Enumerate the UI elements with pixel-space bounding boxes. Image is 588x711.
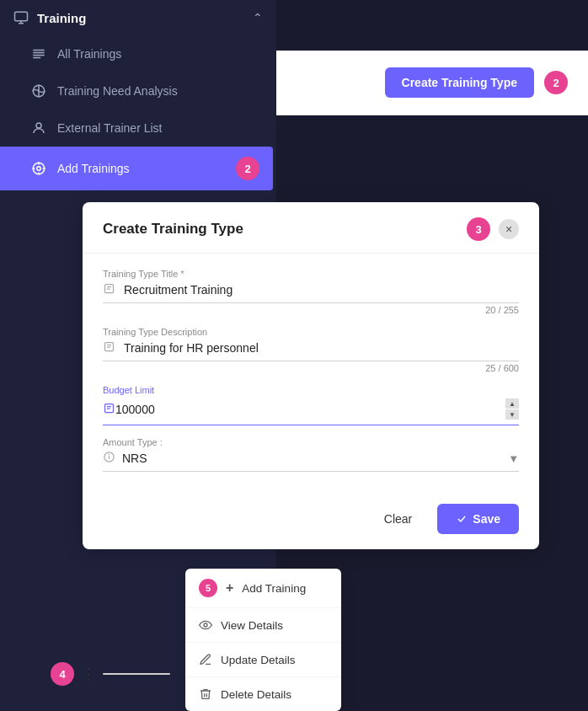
external-trainer-icon — [30, 120, 47, 136]
delete-details-icon — [199, 687, 212, 701]
view-details-icon — [199, 618, 212, 632]
bottom-left-area: 4 ⋮ — [51, 662, 170, 686]
budget-decrement-button[interactable]: ▼ — [505, 409, 519, 420]
training-icon — [13, 10, 29, 25]
training-type-desc-input[interactable] — [124, 341, 519, 355]
modal-title: Create Training Type — [103, 221, 243, 238]
training-type-desc-label: Training Type Description — [103, 327, 519, 337]
all-trainings-icon — [30, 45, 47, 62]
save-button[interactable]: Save — [437, 504, 519, 534]
svg-point-10 — [37, 167, 41, 171]
budget-field-icon — [103, 402, 115, 417]
training-type-title-input[interactable] — [124, 283, 519, 297]
dropdown-item-add-training-label: Add Training — [242, 582, 306, 595]
training-type-title-group: Training Type Title * 20 / 255 — [103, 269, 519, 315]
budget-limit-input-row: ▲ ▼ — [103, 398, 519, 425]
amount-type-chevron-icon: ▼ — [508, 452, 519, 465]
amount-type-info-icon — [103, 451, 115, 466]
dropdown-item-update-details-label: Update Details — [221, 654, 296, 666]
sidebar-training-label: Training — [37, 11, 86, 25]
sidebar-training-header-left: Training — [13, 10, 86, 25]
budget-limit-input[interactable] — [115, 403, 505, 416]
svg-point-9 — [36, 123, 41, 128]
title-field-icon — [103, 282, 115, 297]
dropdown-menu: 5 + Add Training View Details Update Det… — [185, 569, 341, 711]
sidebar-item-all-trainings-label: All Trainings — [57, 47, 121, 61]
desc-field-icon — [103, 340, 115, 356]
sidebar-item-all-trainings[interactable]: All Trainings — [0, 35, 276, 72]
modal-body: Training Type Title * 20 / 255 Training … — [83, 254, 539, 492]
update-details-icon — [199, 653, 212, 666]
dropdown-item-view-details[interactable]: View Details — [185, 608, 341, 643]
close-icon: × — [505, 222, 512, 236]
budget-limit-group: Budget Limit ▲ ▼ — [103, 385, 519, 425]
budget-stepper: ▲ ▼ — [505, 398, 519, 420]
three-dots-button[interactable]: ⋮ — [81, 665, 96, 683]
amount-type-group: Amount Type : NRS USD EUR ▼ — [103, 437, 519, 472]
create-training-type-modal: Create Training Type 3 × Training Type T… — [83, 202, 539, 549]
dropdown-item-update-details[interactable]: Update Details — [185, 643, 341, 677]
modal-badge: 3 — [467, 217, 490, 241]
modal-footer: Clear Save — [83, 492, 539, 549]
sidebar-item-add-trainings[interactable]: Add Trainings 2 — [0, 147, 273, 190]
add-training-plus-icon: + — [226, 580, 233, 596]
dropdown-item-add-training[interactable]: 5 + Add Training — [185, 569, 341, 608]
create-training-badge: 2 — [544, 71, 568, 94]
dropdown-item-delete-details[interactable]: Delete Details — [185, 677, 341, 711]
sidebar-item-external-trainer[interactable]: External Trainer List — [0, 110, 276, 147]
training-type-title-label: Training Type Title * — [103, 269, 519, 279]
create-training-type-button[interactable]: Create Training Type — [385, 67, 534, 98]
modal-header: Create Training Type 3 × — [83, 202, 539, 254]
sidebar-item-tna-label: Training Need Analysis — [57, 84, 178, 98]
dropdown-item-delete-details-label: Delete Details — [221, 688, 291, 701]
training-type-title-input-row — [103, 282, 519, 303]
modal-close-button[interactable]: × — [499, 219, 519, 239]
training-type-desc-group: Training Type Description 25 / 600 — [103, 327, 519, 373]
amount-type-label: Amount Type : — [103, 437, 519, 447]
top-right-area: Create Training Type 2 — [276, 51, 588, 115]
dropdown-badge: 5 — [199, 579, 217, 597]
clear-button[interactable]: Clear — [369, 505, 427, 532]
dropdown-item-view-details-label: View Details — [221, 619, 283, 632]
three-dots-icon: ⋮ — [81, 665, 96, 683]
add-trainings-icon — [30, 160, 47, 177]
save-icon — [456, 513, 468, 525]
amount-type-select-row: NRS USD EUR ▼ — [103, 451, 519, 472]
bottom-divider-line — [103, 673, 170, 675]
title-char-count: 20 / 255 — [103, 305, 519, 315]
chevron-up-icon: ⌃ — [253, 11, 263, 24]
desc-char-count: 25 / 600 — [103, 363, 519, 373]
sidebar-item-training-need-analysis[interactable]: Training Need Analysis — [0, 72, 276, 110]
budget-increment-button[interactable]: ▲ — [505, 398, 519, 409]
svg-point-24 — [204, 623, 207, 627]
bottom-badge: 4 — [51, 662, 74, 686]
training-need-icon — [30, 83, 47, 99]
svg-rect-0 — [15, 12, 28, 21]
svg-point-23 — [109, 454, 110, 455]
budget-limit-label: Budget Limit — [103, 385, 519, 395]
amount-type-select[interactable]: NRS USD EUR — [122, 452, 501, 465]
training-type-desc-input-row — [103, 340, 519, 361]
sidebar-item-external-trainer-label: External Trainer List — [57, 121, 163, 135]
add-trainings-badge: 2 — [236, 157, 259, 180]
sidebar-item-add-trainings-label: Add Trainings — [57, 162, 130, 175]
sidebar-training-section: Training ⌃ — [0, 0, 276, 35]
save-button-label: Save — [473, 512, 500, 526]
